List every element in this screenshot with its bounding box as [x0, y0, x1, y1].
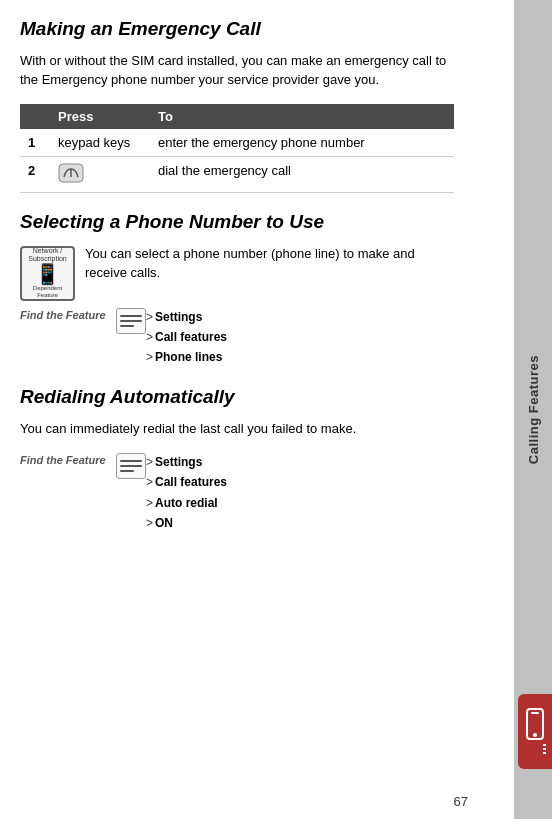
step-on: >ON	[146, 513, 227, 533]
section2-body: You can select a phone number (phone lin…	[20, 244, 454, 283]
step-call-features-2: >Call features	[146, 472, 227, 492]
menu-line	[120, 320, 142, 322]
table-header-blank	[20, 104, 50, 129]
step-call-features: >Call features	[146, 327, 227, 347]
main-content: Making an Emergency Call With or without…	[0, 0, 514, 819]
step-settings-2: >Settings	[146, 452, 227, 472]
step-settings: >Settings	[146, 307, 227, 327]
step-press: keypad keys	[50, 129, 150, 157]
step-press-send	[50, 156, 150, 192]
table-row: 2 dial the emergency call	[20, 156, 454, 192]
step-auto-redial: >Auto redial	[146, 493, 227, 513]
menu-line-short	[120, 470, 134, 472]
network-badge: Network / Subscription 📱 Dependent Featu…	[20, 246, 75, 301]
phone-decoration	[518, 694, 552, 769]
menu-icon	[116, 308, 146, 334]
side-tab: Calling Features	[514, 0, 552, 819]
step-action-dial: dial the emergency call	[150, 156, 454, 192]
section2-title: Selecting a Phone Number to Use	[20, 211, 454, 234]
section3-body: You can immediately redial the last call…	[20, 419, 454, 439]
menu-line	[120, 315, 142, 317]
section1-title: Making an Emergency Call	[20, 18, 454, 41]
table-header-press: Press	[50, 104, 150, 129]
find-feature-section3: Find the Feature >Settings >Call feature…	[20, 452, 454, 534]
step-number: 2	[20, 156, 50, 192]
find-feature-label: Find the Feature	[20, 307, 110, 321]
table-row: 1 keypad keys enter the emergency phone …	[20, 129, 454, 157]
find-feature-steps: >Settings >Call features >Phone lines	[146, 307, 227, 368]
find-feature-steps-2: >Settings >Call features >Auto redial >O…	[146, 452, 227, 534]
section2-content: Network / Subscription 📱 Dependent Featu…	[20, 244, 454, 301]
step-action: enter the emergency phone number	[150, 129, 454, 157]
step-number: 1	[20, 129, 50, 157]
svg-rect-3	[531, 712, 539, 714]
page-number: 67	[454, 794, 468, 809]
find-feature-section2: Find the Feature >Settings >Call feature…	[20, 307, 454, 368]
network-phone-icon: 📱	[35, 263, 60, 285]
table-header-to: To	[150, 104, 454, 129]
menu-icon-2	[116, 453, 146, 479]
phone-icon	[524, 707, 546, 757]
find-feature-label-2: Find the Feature	[20, 452, 110, 466]
svg-point-4	[533, 733, 537, 737]
menu-line	[120, 460, 142, 462]
step-phone-lines: >Phone lines	[146, 347, 227, 367]
emergency-call-table: Press To 1 keypad keys enter the emergen…	[20, 104, 454, 193]
section1-body: With or without the SIM card installed, …	[20, 51, 454, 90]
section3-title: Redialing Automatically	[20, 386, 454, 409]
menu-line-short	[120, 325, 134, 327]
send-key-icon	[58, 163, 84, 183]
side-tab-label: Calling Features	[526, 355, 541, 464]
menu-line	[120, 465, 142, 467]
